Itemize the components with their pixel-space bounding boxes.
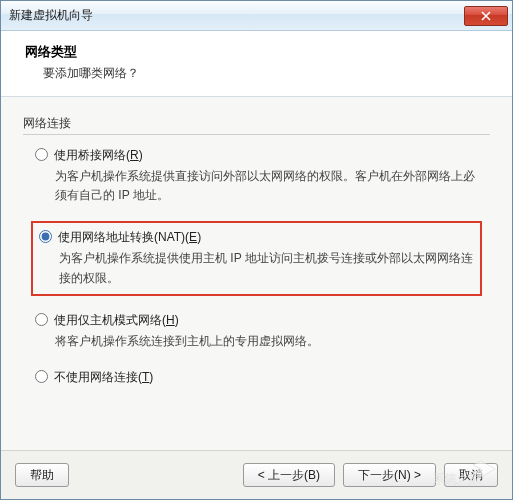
radio-bridged-desc: 为客户机操作系统提供直接访问外部以太网网络的权限。客户机在外部网络上必须有自己的… [55,167,478,205]
window-title: 新建虚拟机向导 [9,7,93,24]
radio-hostonly-label: 使用仅主机模式网络(H) [54,312,179,329]
page-title: 网络类型 [25,43,488,61]
radio-option-bridged[interactable]: 使用桥接网络(R) 为客户机操作系统提供直接访问外部以太网网络的权限。客户机在外… [31,145,482,207]
radio-nat-label: 使用网络地址转换(NAT)(E) [58,229,201,246]
radio-nat[interactable] [39,230,52,243]
radio-option-nat[interactable]: 使用网络地址转换(NAT)(E) 为客户机操作系统提供使用主机 IP 地址访问主… [31,221,482,295]
next-button[interactable]: 下一步(N) > [343,463,436,487]
wizard-window: 新建虚拟机向导 网络类型 要添加哪类网络？ 网络连接 使用桥接网络(R) 为客户… [0,0,513,500]
cancel-button[interactable]: 取消 [444,463,498,487]
titlebar: 新建虚拟机向导 [1,1,512,31]
page-description: 要添加哪类网络？ [43,65,488,82]
radio-hostonly-desc: 将客户机操作系统连接到主机上的专用虚拟网络。 [55,332,478,351]
group-label: 网络连接 [23,115,490,132]
radio-hostonly[interactable] [35,313,48,326]
divider [23,134,490,135]
radio-bridged[interactable] [35,148,48,161]
network-radio-group: 使用桥接网络(R) 为客户机操作系统提供直接访问外部以太网网络的权限。客户机在外… [23,145,490,388]
close-button[interactable] [464,6,508,26]
header-panel: 网络类型 要添加哪类网络？ [1,31,512,97]
radio-nat-desc: 为客户机操作系统提供使用主机 IP 地址访问主机拨号连接或外部以太网网络连接的权… [59,249,474,287]
radio-option-none[interactable]: 不使用网络连接(T) [31,367,482,388]
radio-option-hostonly[interactable]: 使用仅主机模式网络(H) 将客户机操作系统连接到主机上的专用虚拟网络。 [31,310,482,353]
back-button[interactable]: < 上一步(B) [243,463,335,487]
help-button[interactable]: 帮助 [15,463,69,487]
button-bar: 帮助 < 上一步(B) 下一步(N) > 取消 [1,450,512,499]
radio-none-label: 不使用网络连接(T) [54,369,153,386]
radio-none[interactable] [35,370,48,383]
content-panel: 网络连接 使用桥接网络(R) 为客户机操作系统提供直接访问外部以太网网络的权限。… [1,97,512,450]
close-icon [481,11,491,21]
radio-bridged-label: 使用桥接网络(R) [54,147,143,164]
